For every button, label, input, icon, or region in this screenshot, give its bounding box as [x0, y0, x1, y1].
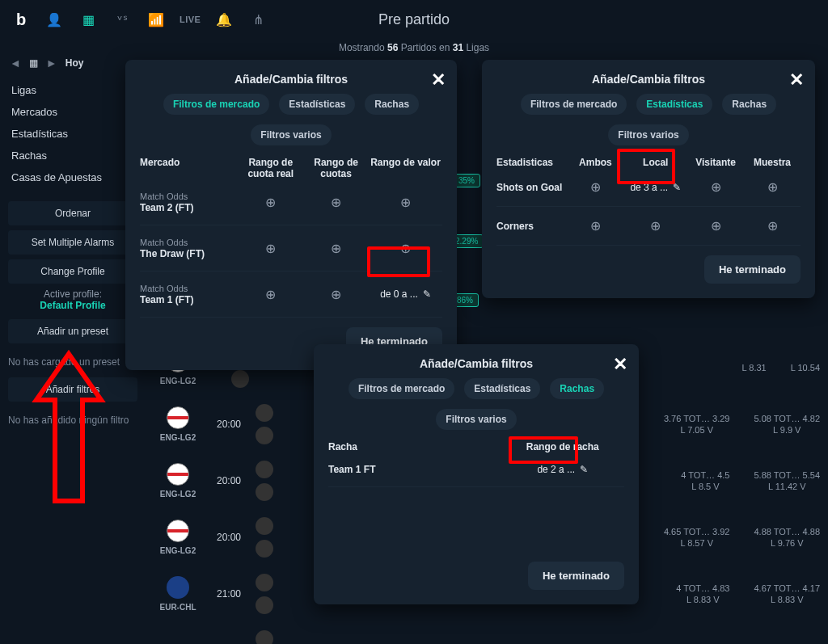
tab[interactable]: Rachas — [365, 94, 419, 115]
set-alarms-button[interactable]: Set Multiple Alarms — [8, 230, 137, 255]
today-label[interactable]: Hoy — [65, 57, 84, 69]
flag-icon — [167, 520, 189, 542]
add-range-icon[interactable]: ⊕ — [590, 180, 601, 194]
calendar-small-icon[interactable]: ▦ — [29, 57, 38, 69]
filter-row: Team 1 FTde 2 a ... ✎ — [328, 452, 624, 487]
stat-name: Shots on Goal — [496, 182, 567, 193]
prev-day-icon[interactable]: ◄ — [10, 57, 21, 69]
live-label[interactable]: LIVE — [181, 11, 199, 28]
add-range-icon[interactable]: ⊕ — [331, 242, 341, 255]
team-icons — [256, 404, 273, 444]
add-range-icon[interactable]: ⊕ — [331, 288, 341, 301]
tab[interactable]: Filtros varios — [608, 124, 688, 145]
active-profile-label: Active profile: — [8, 288, 137, 300]
add-range-icon[interactable]: ⊕ — [711, 219, 721, 233]
col-header: Estadisticas — [496, 157, 567, 168]
versus-icon[interactable]: ᵛˢ — [113, 11, 131, 28]
close-icon[interactable]: ✕ — [431, 69, 446, 90]
tab[interactable]: Filtros varios — [251, 124, 331, 145]
user-icon[interactable]: 👤 — [45, 11, 63, 28]
close-icon[interactable]: ✕ — [789, 69, 804, 90]
tab[interactable]: Estadísticas — [279, 94, 355, 115]
col-header: Rango de cuota real — [238, 157, 303, 179]
add-range-icon[interactable]: ⊕ — [400, 242, 411, 255]
flag-icon — [167, 406, 189, 429]
add-filters-button[interactable]: Añadir filtros — [8, 377, 137, 402]
match-row[interactable]: 21:008.17 TOT… 3.835 TOT… 5.17 — [146, 622, 828, 644]
filter-modal-streaks: Añade/Cambia filtros ✕ Filtros de mercad… — [314, 344, 639, 604]
done-button[interactable]: He terminado — [704, 255, 801, 284]
sidebar-item-bookies[interactable]: Casas de Apuestas — [8, 166, 137, 188]
edit-icon[interactable]: ✎ — [580, 464, 588, 475]
sidebar-nav: Ligas Mercados Estadísticas Rachas Casas… — [8, 79, 137, 188]
odds-block: 5.88 TOT… 5.54L 11.42 V — [754, 469, 820, 492]
kickoff-time: 20:00 — [217, 419, 241, 430]
chart-icon[interactable]: 📶 — [147, 11, 165, 28]
tab[interactable]: Filtros de mercado — [521, 94, 627, 115]
share-icon[interactable]: ⋔ — [249, 11, 267, 28]
add-range-icon[interactable]: ⊕ — [265, 242, 276, 255]
team-icons — [256, 574, 273, 614]
add-range-icon[interactable]: ⊕ — [400, 196, 411, 209]
col-header: Visitante — [687, 157, 744, 168]
edit-icon[interactable]: ✎ — [423, 288, 431, 300]
add-range-icon[interactable]: ⊕ — [767, 180, 778, 194]
sidebar-item-leagues[interactable]: Ligas — [8, 79, 137, 101]
sidebar-item-markets[interactable]: Mercados — [8, 101, 137, 123]
tab[interactable]: Filtros de mercado — [349, 378, 454, 399]
calendar-icon[interactable]: ▦ — [79, 11, 97, 28]
range-value[interactable]: de 2 a ... ✎ — [537, 464, 588, 475]
streak-name: Team 1 FT — [328, 464, 501, 475]
add-range-icon[interactable]: ⊕ — [265, 196, 276, 209]
add-range-icon[interactable]: ⊕ — [331, 196, 341, 209]
tab[interactable]: Estadísticas — [636, 94, 712, 115]
range-value[interactable]: de 0 a ... ✎ — [380, 288, 431, 300]
add-preset-button[interactable]: Añadir un preset — [8, 319, 137, 343]
col-header: Local — [623, 157, 687, 168]
sidebar: ◄ ▦ ► Hoy Ligas Mercados Estadísticas Ra… — [0, 52, 146, 431]
tab[interactable]: Filtros de mercado — [163, 94, 269, 115]
add-range-icon[interactable]: ⊕ — [650, 219, 661, 233]
no-preset-note: No has cargado un preset — [8, 348, 137, 373]
col-header: Rango de cuotas — [303, 157, 369, 179]
team-icons — [256, 461, 273, 501]
next-day-icon[interactable]: ► — [46, 57, 57, 69]
sidebar-item-streaks[interactable]: Rachas — [8, 145, 137, 166]
modal-tabs: Filtros de mercadoEstadísticasRachasFilt… — [140, 94, 442, 145]
close-icon[interactable]: ✕ — [613, 354, 627, 375]
odds-block: 4 TOT… 4.83L 8.83 V — [676, 583, 729, 605]
change-profile-button[interactable]: Change Profile — [8, 259, 137, 284]
bell-icon[interactable]: 🔔 — [215, 11, 233, 28]
col-header: Racha — [328, 441, 501, 452]
odds-block: 5.08 TOT… 4.82L 9.9 V — [754, 413, 820, 436]
flag-icon — [167, 576, 189, 599]
edit-icon[interactable]: ✎ — [673, 182, 681, 193]
odds-block: 3.76 TOT… 3.29L 7.05 V — [664, 413, 730, 436]
tab[interactable]: Estadísticas — [464, 378, 540, 399]
col-header: Ambos — [567, 157, 623, 168]
team-icons — [256, 630, 273, 644]
logo: b — [16, 11, 26, 29]
add-range-icon[interactable]: ⊕ — [711, 180, 721, 194]
done-button[interactable]: He terminado — [528, 562, 624, 590]
tab[interactable]: Rachas — [550, 378, 604, 399]
order-button[interactable]: Ordenar — [8, 201, 137, 225]
modal-title: Añade/Cambia filtros — [496, 73, 801, 86]
page-title: Pre partido — [378, 11, 450, 28]
sidebar-item-stats[interactable]: Estadísticas — [8, 123, 137, 145]
tab[interactable]: Rachas — [722, 94, 776, 115]
no-filters-note: No has añadido ningún filtro — [8, 406, 137, 431]
add-range-icon[interactable]: ⊕ — [265, 288, 276, 301]
odds-block: L 8.31 — [742, 362, 767, 373]
odds-block: 4 TOT… 4.5L 8.5 V — [681, 469, 729, 492]
range-value[interactable]: de 3 a ... ✎ — [630, 182, 681, 193]
modal-tabs: Filtros de mercadoEstadísticasRachasFilt… — [496, 94, 801, 145]
stat-name: Corners — [496, 221, 567, 232]
modal-tabs: Filtros de mercadoEstadísticasRachasFilt… — [328, 378, 624, 430]
add-range-icon[interactable]: ⊕ — [767, 219, 778, 233]
modal-title: Añade/Cambia filtros — [140, 73, 442, 86]
odds-block: 4.88 TOT… 4.88L 9.76 V — [754, 526, 820, 549]
add-range-icon[interactable]: ⊕ — [590, 219, 601, 233]
tab[interactable]: Filtros varios — [436, 409, 516, 430]
filter-modal-stats: Añade/Cambia filtros ✕ Filtros de mercad… — [482, 60, 815, 298]
